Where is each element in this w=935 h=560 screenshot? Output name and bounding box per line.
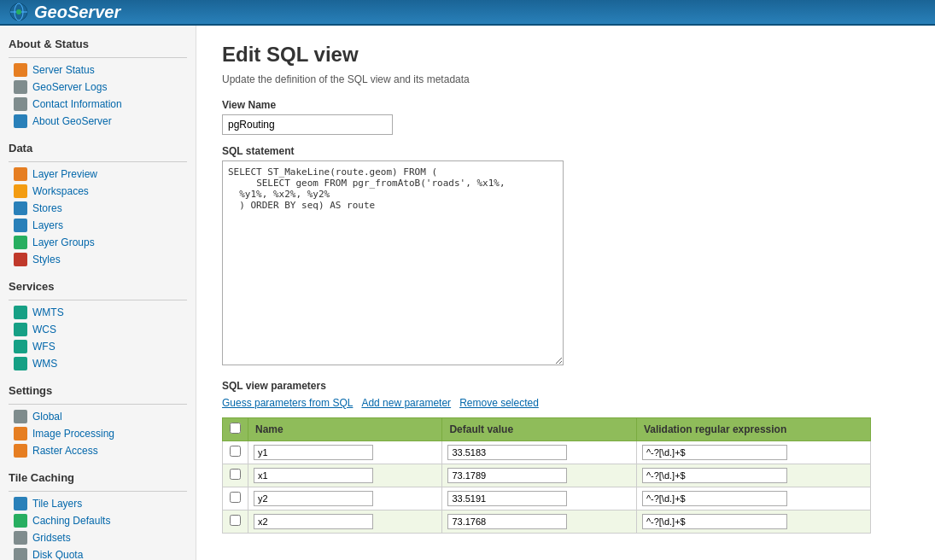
row-checkbox-cell-1	[223, 464, 248, 487]
sql-statement-label: SQL statement	[222, 145, 909, 157]
sidebar-item-geoserver-logs[interactable]: GeoServer Logs	[0, 79, 196, 96]
sidebar-section-data: Data	[0, 135, 196, 158]
sidebar-label-layer-groups: Layer Groups	[32, 236, 95, 248]
image-processing-icon	[14, 427, 27, 440]
sidebar-item-tile-layers[interactable]: Tile Layers	[0, 495, 196, 512]
table-row	[223, 487, 871, 510]
layer-groups-icon	[14, 236, 27, 249]
sidebar-label-wms: WMS	[32, 358, 57, 370]
row-checkbox-cell-3	[223, 510, 248, 534]
row-default-input-3[interactable]	[447, 514, 567, 529]
wms-icon	[14, 357, 27, 370]
sidebar-item-contact-information[interactable]: Contact Information	[0, 96, 196, 113]
sidebar-label-image-processing: Image Processing	[32, 428, 114, 440]
row-default-cell-2	[442, 487, 636, 510]
row-checkbox-2[interactable]	[230, 492, 241, 503]
row-checkbox-3[interactable]	[230, 515, 241, 526]
add-param-link[interactable]: Add new parameter	[361, 397, 451, 409]
row-name-input-3[interactable]	[254, 514, 373, 529]
row-checkbox-cell-0	[223, 441, 248, 464]
wcs-icon	[14, 323, 27, 336]
caching-defaults-icon	[14, 514, 27, 528]
global-icon	[14, 410, 27, 423]
sidebar-item-wfs[interactable]: WFS	[0, 338, 196, 355]
remove-selected-link[interactable]: Remove selected	[459, 397, 539, 409]
sql-actions: Guess parameters from SQL Add new parame…	[222, 397, 909, 409]
table-row	[223, 510, 871, 534]
sidebar-item-caching-defaults[interactable]: Caching Defaults	[0, 512, 196, 529]
row-name-cell-1	[248, 464, 442, 487]
row-checkbox-cell-2	[223, 487, 248, 510]
sidebar-item-server-status[interactable]: Server Status	[0, 61, 196, 79]
sidebar-item-stores[interactable]: Stores	[0, 200, 196, 217]
raster-access-icon	[14, 444, 27, 458]
row-checkbox-1[interactable]	[230, 469, 241, 480]
sidebar-label-geoserver-logs: GeoServer Logs	[32, 81, 107, 93]
view-name-input[interactable]	[222, 114, 393, 135]
contact-icon	[14, 97, 27, 111]
sidebar-item-wmts[interactable]: WMTS	[0, 304, 196, 321]
sidebar-label-layers: Layers	[32, 219, 63, 231]
sidebar-item-image-processing[interactable]: Image Processing	[0, 425, 196, 442]
sidebar: About & Status Server Status GeoServer L…	[0, 26, 196, 560]
row-name-input-1[interactable]	[254, 468, 373, 483]
sidebar-item-wcs[interactable]: WCS	[0, 321, 196, 338]
row-validation-input-0[interactable]	[642, 445, 787, 460]
sidebar-item-global[interactable]: Global	[0, 408, 196, 425]
logo: GeoServer	[9, 2, 120, 22]
row-validation-input-1[interactable]	[642, 468, 787, 483]
table-row	[223, 441, 871, 464]
row-checkbox-0[interactable]	[230, 446, 241, 457]
table-header-default: Default value	[442, 418, 636, 441]
sidebar-label-disk-quota: Disk Quota	[32, 549, 83, 560]
sidebar-label-workspaces: Workspaces	[32, 185, 89, 197]
layer-preview-icon	[14, 167, 27, 181]
row-default-input-0[interactable]	[447, 445, 567, 460]
sidebar-label-stores: Stores	[32, 202, 62, 214]
table-header-checkbox	[223, 418, 248, 441]
app-header: GeoServer	[0, 0, 935, 26]
sidebar-item-styles[interactable]: Styles	[0, 251, 196, 268]
view-name-label: View Name	[222, 99, 909, 111]
sidebar-label-layer-preview: Layer Preview	[32, 168, 97, 180]
row-name-cell-3	[248, 510, 442, 534]
row-name-input-2[interactable]	[254, 491, 373, 506]
sidebar-item-layer-preview[interactable]: Layer Preview	[0, 166, 196, 183]
row-default-input-2[interactable]	[447, 491, 567, 506]
row-default-cell-3	[442, 510, 636, 534]
sidebar-item-about-geoserver[interactable]: About GeoServer	[0, 113, 196, 130]
svg-point-3	[16, 9, 21, 15]
row-default-cell-1	[442, 464, 636, 487]
sidebar-item-gridsets[interactable]: Gridsets	[0, 529, 196, 546]
guess-params-link[interactable]: Guess parameters from SQL	[222, 397, 353, 409]
sql-statement-textarea[interactable]	[222, 160, 564, 365]
app-title: GeoServer	[34, 3, 120, 22]
sidebar-item-disk-quota[interactable]: Disk Quota	[0, 546, 196, 560]
row-validation-cell-1	[636, 464, 870, 487]
row-name-input-0[interactable]	[254, 445, 373, 460]
sidebar-label-styles: Styles	[32, 254, 61, 265]
params-table: Name Default value Validation regular ex…	[222, 417, 871, 534]
sidebar-item-wms[interactable]: WMS	[0, 355, 196, 372]
sidebar-section-settings: Settings	[0, 377, 196, 400]
wfs-icon	[14, 340, 27, 353]
row-validation-cell-3	[636, 510, 870, 534]
row-validation-input-3[interactable]	[642, 514, 787, 529]
row-validation-input-2[interactable]	[642, 491, 787, 506]
sidebar-label-wfs: WFS	[32, 341, 56, 353]
sidebar-item-layer-groups[interactable]: Layer Groups	[0, 234, 196, 251]
sidebar-label-tile-layers: Tile Layers	[32, 498, 82, 510]
sidebar-item-layers[interactable]: Layers	[0, 217, 196, 234]
sidebar-item-raster-access[interactable]: Raster Access	[0, 442, 196, 459]
disk-quota-icon	[14, 548, 27, 560]
sidebar-label-wcs: WCS	[32, 324, 56, 335]
table-header-validation: Validation regular expression	[636, 418, 870, 441]
sql-params-title: SQL view parameters	[222, 380, 909, 392]
wmts-icon	[14, 306, 27, 319]
sidebar-label-about-geoserver: About GeoServer	[32, 115, 112, 127]
row-name-cell-0	[248, 441, 442, 464]
sidebar-item-workspaces[interactable]: Workspaces	[0, 183, 196, 200]
select-all-checkbox[interactable]	[230, 423, 241, 434]
layers-icon	[14, 219, 27, 232]
row-default-input-1[interactable]	[447, 468, 567, 483]
